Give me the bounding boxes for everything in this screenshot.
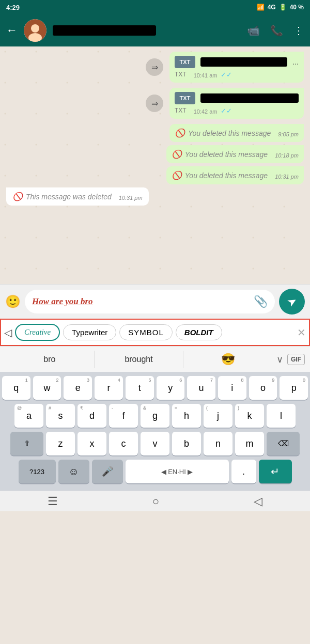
space-key[interactable]: ◀ EN·HI ▶ [126,460,229,483]
forward-button-1[interactable]: ⇒ [146,58,163,76]
key-d[interactable]: ₹d [78,404,106,428]
deleted-content-3: 🚫 You deleted this message 10:31 pm [172,170,299,180]
signal-icon: 📶 [257,4,265,11]
status-bar: 4:29 📶 4G 🔋 40 % [0,0,310,14]
file-type-label-1: TXT [175,56,195,68]
file-content-2: TXT [175,92,299,104]
key-s[interactable]: #s [46,404,75,428]
font-style-close-button[interactable]: ✕ [297,326,306,339]
numbers-key[interactable]: ?123 [19,460,56,483]
message-ticks-1: ✓✓ [221,71,232,78]
chat-header: ← 📹 📞 ⋮ [0,14,310,46]
autocomplete-more-icon[interactable]: ∨ [272,354,287,365]
message-input-text: How are you bro [32,296,93,307]
deleted-text-3: You deleted this message [185,171,268,180]
key-n[interactable]: n [204,432,233,455]
emoji-keyboard-key[interactable]: ☺ [58,460,89,483]
forward-icon-1: ⇒ [151,62,158,72]
autocomplete-word-brought[interactable]: brought [95,351,184,368]
video-call-icon[interactable]: 📹 [247,24,260,37]
emoji-button[interactable]: 🙂 [5,294,21,309]
message-input-container[interactable]: How are you bro 📎 [25,290,275,313]
key-f[interactable]: -f [109,404,138,428]
key-m[interactable]: m [235,432,264,455]
deleted-message-outgoing-1: 🚫 You deleted this message 9:05 pm [169,124,304,142]
nav-menu-icon[interactable]: ☰ [48,495,58,508]
autocomplete-emoji[interactable]: 😎 [183,353,272,366]
key-g[interactable]: &g [141,404,169,428]
ban-icon-3: 🚫 [172,170,182,180]
deleted-text-2: You deleted this message [185,150,268,159]
network-type: 4G [268,4,276,11]
ban-icon-2: 🚫 [172,149,182,159]
key-i[interactable]: 8i [218,376,246,400]
battery-level: 40 % [290,4,304,11]
key-w[interactable]: 2w [33,376,61,400]
key-c[interactable]: c [109,432,138,455]
font-style-creative-label: Creative [24,328,51,336]
message-outgoing-file-2: ⇒ TXT TXT 10:42 am ✓✓ [6,88,304,119]
deleted-content-1: 🚫 You deleted this message 9:05 pm [175,128,299,138]
key-t[interactable]: 5t [126,376,154,400]
nav-back-icon[interactable]: ◁ [254,495,262,508]
message-time-1: 10:41 am [194,72,218,78]
key-r[interactable]: 4r [95,376,123,400]
key-l[interactable]: l [267,404,296,428]
status-time: 4:29 [6,4,20,11]
key-v[interactable]: v [141,432,169,455]
autocomplete-bar: bro brought 😎 ∨ GIF [0,346,310,372]
key-b[interactable]: b [172,432,201,455]
font-style-left-arrow[interactable]: ◁ [4,326,12,339]
key-x[interactable]: x [78,432,106,455]
svg-point-1 [31,24,39,33]
file-footer-1: TXT 10:41 am ✓✓ [175,70,299,78]
key-a[interactable]: @a [14,404,43,428]
deleted-content-2: 🚫 You deleted this message 10:18 pm [172,149,299,159]
key-e[interactable]: 3e [64,376,92,400]
font-style-typewriter[interactable]: Typewriter [63,324,116,340]
status-icons: 📶 4G 🔋 40 % [257,4,304,11]
key-z[interactable]: z [46,432,75,455]
forward-button-2[interactable]: ⇒ [146,95,163,112]
backspace-key[interactable]: ⌫ [267,432,300,455]
bottom-navigation: ☰ ○ ◁ [0,491,310,511]
key-q[interactable]: 1q [2,376,30,400]
battery-icon: 🔋 [279,4,287,11]
message-time-2: 10:42 am [194,108,218,115]
dot-key[interactable]: . [231,460,256,483]
chat-area: ⇒ TXT ... TXT 10:41 am ✓✓ ⇒ TXT [0,46,310,284]
file-message-1: TXT ... TXT 10:41 am ✓✓ [169,52,304,83]
more-options-icon[interactable]: ⋮ [293,24,304,37]
file-format-label-2: TXT [175,107,187,114]
contact-avatar[interactable] [24,19,47,42]
mic-key[interactable]: 🎤 [92,460,123,483]
file-name-redacted-1 [200,57,287,67]
autocomplete-word-bro[interactable]: bro [5,351,95,368]
key-j[interactable]: (j [204,404,233,428]
enter-key[interactable]: ↵ [259,460,292,483]
keyboard-row-1: 1q 2w 3e 4r 5t 6y 7u 8i 9o 0p [2,376,308,400]
font-style-creative[interactable]: Creative [15,324,60,341]
deleted-message-incoming: 🚫 This message was deleted 10:31 pm [6,187,149,206]
key-y[interactable]: 6y [157,376,185,400]
shift-key[interactable]: ⇧ [10,432,43,455]
font-style-boldit-label: BOLDIT [184,328,213,337]
send-button[interactable]: ➤ [279,289,305,315]
nav-home-icon[interactable]: ○ [152,495,159,508]
attach-icon[interactable]: 📎 [254,295,268,308]
key-o[interactable]: 9o [249,376,277,400]
deleted-time-2: 10:18 pm [275,152,299,159]
key-k[interactable]: )k [235,404,264,428]
font-style-boldit[interactable]: BOLDIT [176,324,222,340]
voice-call-icon[interactable]: 📞 [270,24,283,37]
deleted-message-outgoing-3: 🚫 You deleted this message 10:31 pm [166,166,304,184]
font-style-symbol[interactable]: SYMBOL [119,324,173,340]
key-u[interactable]: 7u [187,376,215,400]
deleted-time-3: 10:31 pm [275,174,299,180]
deleted-text-incoming: This message was deleted [26,193,112,201]
back-button[interactable]: ← [6,24,18,37]
key-p[interactable]: 0p [280,376,308,400]
key-h[interactable]: =h [172,404,201,428]
ban-icon-1: 🚫 [175,128,185,138]
autocomplete-gif-button[interactable]: GIF [287,354,305,365]
